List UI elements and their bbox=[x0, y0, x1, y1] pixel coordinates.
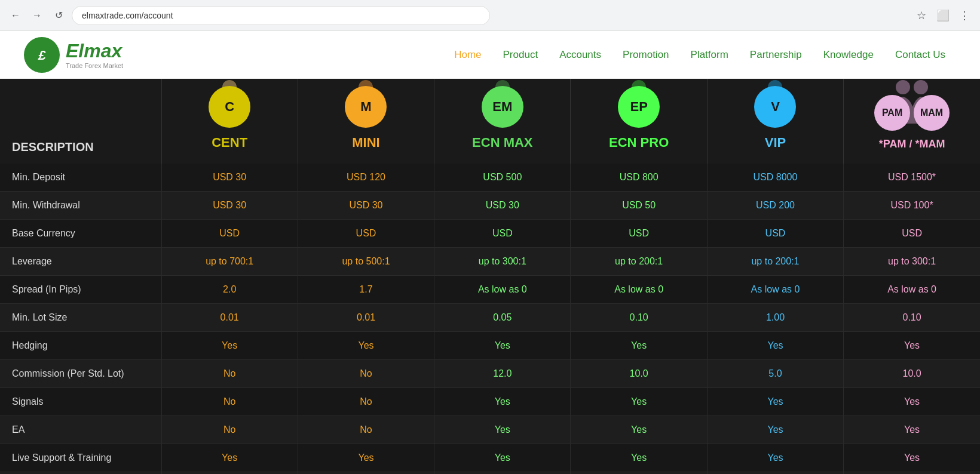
cell-vip-5: 1.00 bbox=[707, 304, 843, 332]
table-row: SignalsNoNoYesYesYesYes bbox=[0, 388, 980, 416]
address-bar[interactable] bbox=[72, 6, 490, 25]
account-header-row: DESCRIPTION C C bbox=[0, 79, 980, 164]
cell-mini-0: USD 120 bbox=[298, 164, 434, 192]
ecnpro-badge: EP bbox=[618, 86, 660, 128]
brand-name: Elmax bbox=[66, 40, 123, 62]
ecnpro-name: ECN PRO bbox=[609, 135, 669, 150]
cell-vip-11: MT4 bbox=[707, 472, 843, 475]
ecnmax-badge: EM bbox=[482, 86, 523, 128]
cell-pammam-10: Yes bbox=[844, 444, 980, 472]
cell-ecnmax-7: 12.0 bbox=[434, 360, 571, 388]
vip-header: V VIP bbox=[707, 79, 843, 164]
cell-cent-7: No bbox=[161, 360, 298, 388]
vip-badge: V bbox=[754, 86, 796, 128]
table-row: Commission (Per Std. Lot)NoNo12.010.05.0… bbox=[0, 360, 980, 388]
nav-home[interactable]: Home bbox=[443, 49, 492, 61]
table-row: Min. Lot Size0.010.010.050.101.000.10 bbox=[0, 304, 980, 332]
reload-button[interactable]: ↺ bbox=[50, 7, 67, 24]
nav-promotion[interactable]: Promotion bbox=[612, 49, 679, 61]
row-label: Live Support & Training bbox=[0, 444, 161, 472]
cell-ecnmax-0: USD 500 bbox=[434, 164, 571, 192]
cell-pammam-6: Yes bbox=[844, 332, 980, 360]
bookmark-button[interactable]: ☆ bbox=[913, 7, 930, 24]
cell-vip-1: USD 200 bbox=[707, 192, 843, 220]
row-label: Leverage bbox=[0, 248, 161, 276]
table-row: EANoNoYesYesYesYes bbox=[0, 416, 980, 444]
back-button[interactable]: ← bbox=[7, 7, 24, 24]
cell-pammam-4: As low as 0 bbox=[844, 276, 980, 304]
menu-button[interactable]: ⋮ bbox=[956, 7, 973, 24]
cell-ecnmax-1: USD 30 bbox=[434, 192, 571, 220]
table-row: Spread (In Pips)2.01.7As low as 0As low … bbox=[0, 276, 980, 304]
pammam-badges: PAM MAM bbox=[874, 95, 950, 136]
row-label: Min. Withdrawal bbox=[0, 192, 161, 220]
svg-point-6 bbox=[896, 80, 910, 94]
nav-product[interactable]: Product bbox=[492, 49, 549, 61]
cell-vip-3: up to 200:1 bbox=[707, 248, 843, 276]
cell-mini-5: 0.01 bbox=[298, 304, 434, 332]
cell-mini-4: 1.7 bbox=[298, 276, 434, 304]
main-content: WikiFX WikiFX WikiFX WikiFX WikiFX WikiF… bbox=[0, 79, 980, 474]
mam-badge: MAM bbox=[914, 95, 950, 131]
main-nav: Home Product Accounts Promotion Platform… bbox=[443, 49, 956, 61]
table-row: PlatformMT4MT4MT4MT4MT4MT4 bbox=[0, 472, 980, 475]
row-label: Base Currency bbox=[0, 220, 161, 248]
browser-right-icons: ☆ ⬜ ⋮ bbox=[913, 7, 973, 24]
logo-icon: £ bbox=[24, 37, 60, 73]
svg-point-7 bbox=[914, 80, 928, 94]
cell-ecnpro-2: USD bbox=[571, 220, 707, 248]
table-body: Min. DepositUSD 30USD 120USD 500USD 800U… bbox=[0, 164, 980, 474]
svg-text:£: £ bbox=[38, 48, 46, 63]
cell-cent-1: USD 30 bbox=[161, 192, 298, 220]
cell-cent-11: MT4 bbox=[161, 472, 298, 475]
forward-button[interactable]: → bbox=[29, 7, 45, 24]
cell-pammam-3: up to 300:1 bbox=[844, 248, 980, 276]
cell-ecnmax-4: As low as 0 bbox=[434, 276, 571, 304]
cell-cent-10: Yes bbox=[161, 444, 298, 472]
row-label: EA bbox=[0, 416, 161, 444]
row-label: Min. Deposit bbox=[0, 164, 161, 192]
row-label: Signals bbox=[0, 388, 161, 416]
nav-contact[interactable]: Contact Us bbox=[884, 49, 956, 61]
cell-ecnpro-7: 10.0 bbox=[571, 360, 707, 388]
cell-ecnpro-11: MT4 bbox=[571, 472, 707, 475]
cell-cent-4: 2.0 bbox=[161, 276, 298, 304]
mini-badge: M bbox=[345, 86, 387, 128]
nav-platform[interactable]: Platform bbox=[680, 49, 739, 61]
cell-vip-9: Yes bbox=[707, 416, 843, 444]
cell-ecnmax-3: up to 300:1 bbox=[434, 248, 571, 276]
logo-area[interactable]: £ Elmax Trade Forex Market bbox=[24, 37, 123, 73]
table-row: Min. WithdrawalUSD 30USD 30USD 30USD 50U… bbox=[0, 192, 980, 220]
cell-mini-9: No bbox=[298, 416, 434, 444]
table-row: Live Support & TrainingYesYesYesYesYesYe… bbox=[0, 444, 980, 472]
cell-ecnpro-3: up to 200:1 bbox=[571, 248, 707, 276]
cell-pammam-9: Yes bbox=[844, 416, 980, 444]
pam-badge: PAM bbox=[874, 95, 910, 131]
brand-tagline: Trade Forex Market bbox=[66, 62, 123, 69]
pammam-name: *PAM / *MAM bbox=[879, 138, 945, 150]
nav-accounts[interactable]: Accounts bbox=[549, 49, 612, 61]
cell-cent-6: Yes bbox=[161, 332, 298, 360]
table-row: Min. DepositUSD 30USD 120USD 500USD 800U… bbox=[0, 164, 980, 192]
cell-vip-10: Yes bbox=[707, 444, 843, 472]
cell-ecnmax-10: Yes bbox=[434, 444, 571, 472]
cell-mini-10: Yes bbox=[298, 444, 434, 472]
nav-knowledge[interactable]: Knowledge bbox=[813, 49, 884, 61]
cell-ecnmax-8: Yes bbox=[434, 388, 571, 416]
cell-cent-5: 0.01 bbox=[161, 304, 298, 332]
cell-ecnmax-11: MT4 bbox=[434, 472, 571, 475]
cell-mini-2: USD bbox=[298, 220, 434, 248]
cell-mini-8: No bbox=[298, 388, 434, 416]
cell-cent-9: No bbox=[161, 416, 298, 444]
row-label: Min. Lot Size bbox=[0, 304, 161, 332]
cell-ecnmax-6: Yes bbox=[434, 332, 571, 360]
vip-name: VIP bbox=[765, 135, 786, 150]
browser-chrome: ← → ↺ ☆ ⬜ ⋮ bbox=[0, 0, 980, 31]
cell-cent-0: USD 30 bbox=[161, 164, 298, 192]
cell-cent-2: USD bbox=[161, 220, 298, 248]
extensions-button[interactable]: ⬜ bbox=[935, 7, 951, 24]
cell-ecnmax-9: Yes bbox=[434, 416, 571, 444]
nav-partnership[interactable]: Partnership bbox=[739, 49, 813, 61]
cell-mini-11: MT4 bbox=[298, 472, 434, 475]
ecnmax-header: EM ECN MAX bbox=[434, 79, 571, 164]
